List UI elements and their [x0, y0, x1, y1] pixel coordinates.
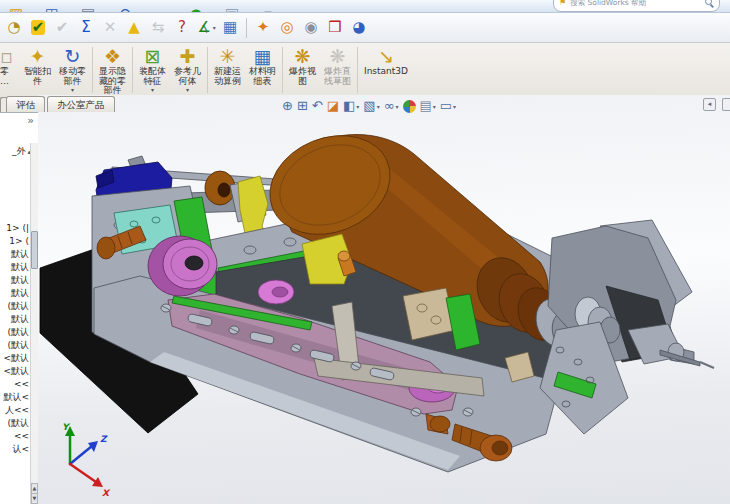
exploded-view-button[interactable]: ❋爆炸视图: [285, 43, 320, 97]
timer-icon[interactable]: ◔: [2, 16, 26, 40]
command-manager-ribbon: ▫零…✦智能扣件↻移动零部件▾❖显示隐藏的零部件▾⊠装配体特征▾✚参考几何体▾✳…: [0, 43, 730, 98]
group-separator: [92, 47, 93, 93]
display-style-icon[interactable]: ▧▾: [363, 98, 379, 114]
design-checker-icon[interactable]: ✔: [26, 16, 50, 40]
section-view-icon[interactable]: ◪: [327, 98, 339, 114]
graphics-area[interactable]: ⊕⊞↶◪◧▾▧▾∞▾▤▾▭▾ ◂: [38, 95, 730, 504]
print-icon[interactable]: ▤: [76, 2, 100, 13]
button-label: 新建运动算例: [214, 67, 241, 86]
new-motion-study-button[interactable]: ✳新建运动算例: [210, 43, 245, 97]
tab-evaluate[interactable]: 评估: [6, 96, 45, 112]
flyout-expand-icon[interactable]: »: [0, 113, 38, 127]
undo-icon[interactable]: ↶: [112, 2, 136, 13]
display-style-glyph: ▧: [363, 98, 375, 114]
insert-component-button[interactable]: ▫零…: [0, 43, 20, 97]
needle-tip[interactable]: [700, 362, 714, 368]
button-label: 参考几何体: [174, 67, 201, 86]
toolbar-options-icon[interactable]: ▾: [256, 2, 280, 13]
reference-geometry-button[interactable]: ✚参考几何体▾: [170, 43, 205, 97]
previous-view-icon[interactable]: ↶: [312, 98, 323, 114]
draft-analysis-glyph: ▲: [127, 20, 141, 35]
dropdown-caret-icon[interactable]: ▾: [395, 103, 398, 110]
brown-screw-head: [97, 237, 115, 259]
dropdown-caret-icon[interactable]: ▾: [453, 103, 456, 110]
equations-icon[interactable]: Σ: [74, 16, 98, 40]
simulationxpress-glyph: ✦: [256, 20, 271, 35]
search-icon[interactable]: [705, 0, 714, 7]
floxpress-icon[interactable]: ◎: [275, 16, 299, 40]
dropdown-caret-icon[interactable]: ▾: [433, 103, 436, 110]
search-input[interactable]: 搜索 SolidWorks 帮助: [570, 0, 701, 8]
evaluate-toolbar: ◔✔✔Σ✕▲⇆?∡▾▦✦◎◉❒◕: [0, 13, 730, 43]
measure-icon[interactable]: ∡▾: [194, 16, 218, 40]
tab-office-products[interactable]: 办公室产品: [47, 96, 115, 112]
driveworksxpress-icon[interactable]: ❒: [323, 16, 347, 40]
dropdown-caret-icon[interactable]: ▾: [356, 103, 359, 110]
draft-analysis-icon[interactable]: ▲: [122, 16, 146, 40]
button-label: 爆炸视图: [289, 67, 316, 86]
dfmxpress-icon[interactable]: ◉: [299, 16, 323, 40]
apply-scene-icon[interactable]: ▤▾: [420, 98, 436, 114]
move-component-button[interactable]: ↻移动零部件▾: [55, 43, 90, 97]
apply-scene-glyph: ▤: [420, 98, 432, 114]
view-settings-icon[interactable]: ▭▾: [440, 98, 456, 114]
button-label: 移动零部件: [59, 67, 86, 86]
bill-of-materials-button[interactable]: ▦材料明细表: [245, 43, 280, 97]
design-table-icon[interactable]: ▦: [218, 16, 242, 40]
save-icon[interactable]: ◫: [40, 2, 64, 13]
smart-fasteners-button[interactable]: ✦智能扣件: [20, 43, 55, 97]
hide-show-items-icon[interactable]: ∞▾: [384, 98, 399, 114]
symmetry-check-icon[interactable]: ⇆: [146, 16, 170, 40]
dropdown-caret-icon[interactable]: ▾: [377, 103, 380, 110]
tan-block-part[interactable]: [403, 288, 456, 340]
simulationxpress-icon[interactable]: ✦: [251, 16, 275, 40]
task-pane-collapse-icon[interactable]: ◂: [703, 98, 716, 111]
file-properties-icon[interactable]: ▣: [220, 2, 244, 13]
interference-detection-icon[interactable]: ✕: [98, 16, 122, 40]
verification-icon[interactable]: ✔: [50, 16, 74, 40]
scrollbar-thumb[interactable]: [31, 231, 38, 269]
show-hidden-components-button[interactable]: ❖显示隐藏的零部件▾: [95, 43, 130, 97]
import-diagnostics-icon[interactable]: ?: [170, 16, 194, 40]
section-view-glyph: ◪: [327, 98, 339, 114]
import-diagnostics-glyph: ?: [177, 20, 187, 35]
triad-x-label: X: [102, 488, 111, 498]
instant3d-button[interactable]: ↘Instant3D: [360, 43, 412, 97]
dropdown-caret-icon[interactable]: ▾: [213, 24, 216, 31]
heads-up-view-toolbar: ⊕⊞↶◪◧▾▧▾∞▾▤▾▭▾: [282, 98, 456, 114]
edit-appearance-icon[interactable]: [403, 100, 416, 113]
zoom-to-fit-icon[interactable]: ⊕: [282, 98, 293, 114]
assembly-model[interactable]: Y Z X: [38, 112, 730, 504]
timer-glyph: ◔: [6, 20, 21, 35]
symmetry-check-glyph: ⇆: [151, 20, 166, 35]
title-bar: ▨◫▤↶▭●▣▾ ⚑ 搜索 SolidWorks 帮助: [0, 0, 730, 13]
content-area: » _外 ▴ 1> (|1> (默认默认默认默认(默认默认(默认(默认<默认<默…: [0, 95, 730, 504]
show-hidden-components-icon: ❖: [104, 45, 121, 67]
search-box[interactable]: ⚑ 搜索 SolidWorks 帮助: [553, 0, 720, 12]
smart-fasteners-icon: ✦: [30, 45, 46, 67]
brass-fitting-cap: [338, 251, 350, 261]
zoom-to-area-icon[interactable]: ⊞: [297, 98, 308, 114]
root-label: _外: [12, 145, 26, 158]
zoom-to-fit-glyph: ⊕: [282, 98, 293, 114]
explode-line-sketch-button[interactable]: ❋爆炸直线草图: [320, 43, 355, 97]
design-table-glyph: ▦: [222, 20, 238, 35]
select-icon[interactable]: ▭: [148, 2, 172, 13]
dropdown-caret-icon[interactable]: ▾: [71, 87, 74, 93]
open-file-icon[interactable]: ▨: [4, 2, 28, 13]
rebuild-icon[interactable]: ●: [184, 2, 208, 13]
select-glyph: ▭: [152, 7, 168, 14]
assembly-features-button[interactable]: ⊠装配体特征▾: [135, 43, 170, 97]
driveworksxpress-glyph: ❒: [327, 20, 342, 35]
view-orientation-icon[interactable]: ◧▾: [343, 98, 359, 114]
edrawings-icon[interactable]: ◕: [347, 16, 371, 40]
sidebar-scrollbar[interactable]: ▲ ▼: [30, 143, 38, 504]
scroll-down-icon[interactable]: ▼: [31, 493, 38, 504]
dropdown-caret-icon[interactable]: ▾: [151, 87, 154, 93]
feature-manager-panel: » _外 ▴ 1> (|1> (默认默认默认默认(默认默认(默认(默认<默认<默…: [0, 112, 39, 504]
dfmxpress-glyph: ◉: [303, 20, 318, 35]
reference-triad: Y Z X: [62, 422, 111, 498]
dropdown-caret-icon[interactable]: ▾: [186, 87, 189, 93]
instant3d-icon: ↘: [378, 45, 394, 67]
task-pane-stub[interactable]: [722, 98, 730, 111]
